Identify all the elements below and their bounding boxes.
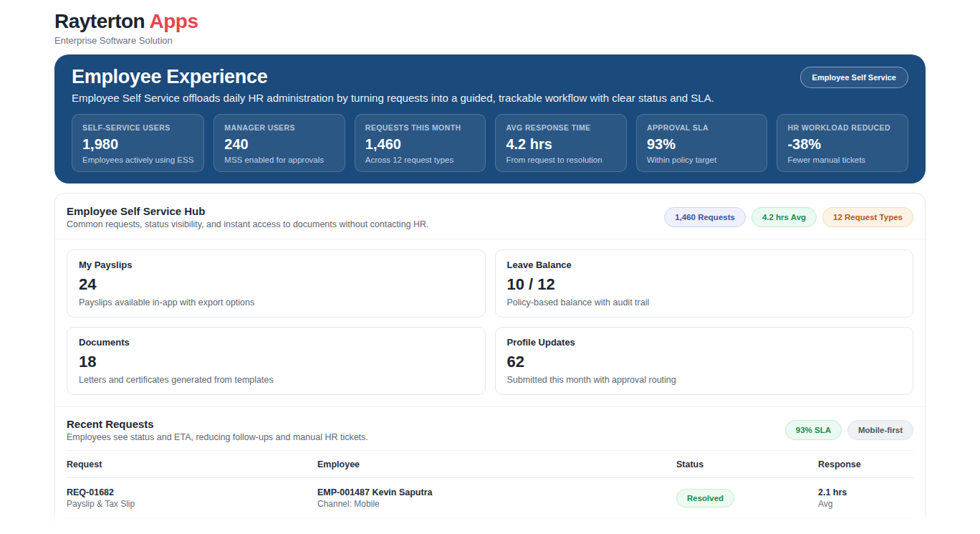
hub-card-profile-updates: Profile Updates 62 Submitted this month … (495, 327, 914, 395)
stat-value: 1,980 (82, 136, 193, 153)
stat-value: 1,460 (365, 136, 476, 153)
hero-stats-grid: SELF-SERVICE USERS 1,980 Employees activ… (72, 114, 908, 172)
hub-subtitle: Common requests, status visibility, and … (67, 219, 429, 229)
stat-desc: Within policy target (647, 156, 757, 164)
table-header-row: Request Employee Status Response (67, 450, 913, 478)
response-time: 1.6 hrs (818, 528, 913, 534)
hub-title: Employee Self Service Hub (67, 205, 429, 217)
stat-label: HR WORKLOAD REDUCED (787, 123, 898, 132)
hub-card-title: Documents (79, 337, 474, 348)
response-cell: 1.6 hrs Avg (818, 519, 913, 534)
response-cell: 2.1 hrs Avg (818, 478, 913, 518)
hub-card-value: 24 (79, 275, 474, 294)
sla-badge: 93% SLA (785, 420, 842, 440)
hero-title: Employee Experience (72, 66, 267, 88)
stat-value: 4.2 hrs (506, 136, 616, 153)
status-badge: Resolved (676, 489, 734, 507)
brand-name-accent: Apps (149, 10, 198, 32)
status-cell: In Progress (676, 520, 818, 534)
status-cell: Resolved (676, 480, 818, 517)
hub-card-payslips: My Payslips 24 Payslips available in-app… (67, 249, 486, 318)
recent-requests-header-text: Recent Requests Employees see status and… (67, 418, 368, 442)
stat-card-avg-response: AVG RESPONSE TIME 4.2 hrs From request t… (495, 114, 627, 172)
stat-value: 240 (224, 136, 335, 153)
stat-desc: MSS enabled for approvals (224, 156, 335, 164)
brand-name: Rayterton (54, 10, 145, 32)
column-header-employee: Employee (317, 451, 676, 477)
column-header-response: Response (818, 451, 913, 477)
hub-card-title: Leave Balance (507, 259, 902, 270)
stat-card-requests-month: REQUESTS THIS MONTH 1,460 Across 12 requ… (355, 114, 486, 172)
stat-card-manager-users: MANAGER USERS 240 MSS enabled for approv… (213, 114, 345, 172)
hub-card-value: 62 (507, 353, 902, 371)
employee-name: EMP-001487 Kevin Saputra (317, 487, 676, 497)
employee-name: EMP-001390 Nadia Putri (317, 528, 676, 534)
stat-card-hr-workload: HR WORKLOAD REDUCED -38% Fewer manual ti… (777, 114, 908, 172)
stat-card-self-service-users: SELF-SERVICE USERS 1,980 Employees activ… (72, 114, 204, 172)
hero-module-badge[interactable]: Employee Self Service (800, 67, 908, 88)
stat-desc: Employees actively using ESS (82, 156, 193, 164)
mobile-first-badge: Mobile-first (847, 420, 913, 440)
stat-label: MANAGER USERS (224, 123, 335, 132)
response-time: 2.1 hrs (818, 487, 913, 497)
stat-value: 93% (647, 136, 757, 153)
avg-hours-badge: 4.2 hrs Avg (751, 207, 817, 227)
stat-label: APPROVAL SLA (647, 123, 757, 132)
table-row: REQ-01675 Leave Request EMP-001390 Nadia… (67, 519, 913, 534)
hub-header-text: Employee Self Service Hub Common request… (67, 205, 429, 229)
hero-subtitle: Employee Self Service offloads daily HR … (72, 92, 908, 104)
response-sub: Avg (818, 499, 913, 509)
recent-requests-badges: 93% SLA Mobile-first (785, 420, 913, 440)
request-id: REQ-01675 (67, 528, 317, 534)
app-header: Rayterton Apps Enterprise Software Solut… (54, 10, 926, 46)
recent-requests-title: Recent Requests (67, 418, 368, 430)
employee-cell: EMP-001390 Nadia Putri Channel: Mobile (317, 519, 676, 534)
brand-title: Rayterton Apps (54, 10, 926, 33)
stat-card-approval-sla: APPROVAL SLA 93% Within policy target (636, 114, 768, 172)
recent-requests-subtitle: Employees see status and ETA, reducing f… (67, 432, 368, 442)
request-id: REQ-01682 (67, 487, 317, 497)
employee-cell: EMP-001487 Kevin Saputra Channel: Mobile (317, 478, 676, 518)
stat-label: AVG RESPONSE TIME (506, 123, 616, 132)
stat-label: SELF-SERVICE USERS (82, 123, 193, 132)
recent-requests-header: Recent Requests Employees see status and… (55, 406, 925, 450)
brand-tagline: Enterprise Software Solution (54, 35, 926, 46)
hub-card-desc: Letters and certificates generated from … (79, 375, 474, 385)
requests-count-badge: 1,460 Requests (664, 207, 746, 227)
hub-badges: 1,460 Requests 4.2 hrs Avg 12 Request Ty… (664, 207, 913, 227)
request-types-badge: 12 Request Types (822, 207, 913, 227)
hub-card-value: 18 (79, 353, 474, 371)
hub-card-desc: Submitted this month with approval routi… (507, 375, 902, 385)
column-header-status: Status (676, 451, 818, 477)
hub-header: Employee Self Service Hub Common request… (55, 194, 925, 239)
table-row: REQ-01682 Payslip & Tax Slip EMP-001487 … (67, 478, 913, 519)
stat-desc: Fewer manual tickets (787, 156, 898, 164)
request-type: Payslip & Tax Slip (67, 499, 317, 509)
stat-desc: Across 12 request types (365, 156, 476, 164)
hub-cards-grid: My Payslips 24 Payslips available in-app… (55, 239, 925, 406)
column-header-request: Request (67, 451, 317, 477)
hub-card-leave-balance: Leave Balance 10 / 12 Policy-based balan… (495, 249, 914, 318)
hub-card-desc: Payslips available in-app with export op… (79, 297, 474, 307)
stat-desc: From request to resolution (506, 156, 616, 164)
content-panel: Employee Self Service Hub Common request… (54, 193, 926, 534)
employee-channel: Channel: Mobile (317, 499, 676, 509)
request-cell: REQ-01675 Leave Request (67, 519, 317, 534)
status-badge: In Progress (676, 530, 743, 534)
request-cell: REQ-01682 Payslip & Tax Slip (67, 478, 317, 518)
hub-card-title: My Payslips (79, 259, 474, 270)
hub-card-value: 10 / 12 (507, 275, 902, 294)
hero-section: Employee Experience Employee Self Servic… (54, 54, 926, 183)
hub-card-title: Profile Updates (507, 337, 902, 348)
hero-top-row: Employee Experience Employee Self Servic… (72, 66, 908, 88)
stat-value: -38% (787, 136, 898, 153)
stat-label: REQUESTS THIS MONTH (365, 123, 476, 132)
hub-card-documents: Documents 18 Letters and certificates ge… (67, 327, 486, 395)
hub-card-desc: Policy-based balance with audit trail (507, 297, 902, 307)
requests-table: Request Employee Status Response REQ-016… (55, 450, 925, 534)
